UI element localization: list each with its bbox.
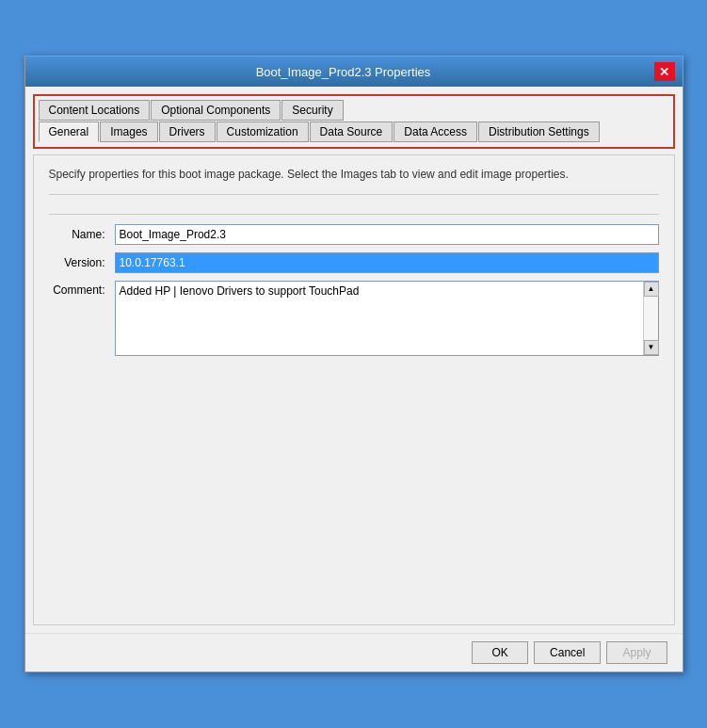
- scroll-down-button[interactable]: ▼: [644, 340, 659, 355]
- version-input[interactable]: [115, 252, 659, 273]
- dialog-content: Content Locations Optional Components Se…: [25, 87, 683, 633]
- apply-button[interactable]: Apply: [606, 641, 667, 664]
- comment-label: Comment:: [49, 281, 115, 297]
- tabs-container: Content Locations Optional Components Se…: [33, 94, 675, 149]
- comment-scrollbar: ▲ ▼: [643, 282, 658, 355]
- ok-button[interactable]: OK: [472, 641, 528, 664]
- comment-textarea[interactable]: [116, 282, 643, 355]
- version-row: Version:: [49, 252, 659, 273]
- name-row: Name:: [49, 224, 659, 245]
- scroll-track: [644, 297, 658, 340]
- dialog-footer: OK Cancel Apply: [25, 633, 683, 671]
- form-section: Name: Version: Comment: ▲: [49, 214, 659, 356]
- general-panel: Specify properties for this boot image p…: [33, 154, 675, 625]
- tab-optional-components[interactable]: Optional Components: [151, 100, 281, 121]
- tab-customization[interactable]: Customization: [217, 121, 309, 142]
- tab-data-source[interactable]: Data Source: [310, 121, 394, 142]
- tab-general[interactable]: General: [39, 121, 100, 142]
- tabs-row-1: Content Locations Optional Components Se…: [39, 100, 669, 121]
- comment-wrapper: ▲ ▼: [115, 281, 659, 356]
- tab-data-access[interactable]: Data Access: [394, 121, 477, 142]
- dialog-title: Boot_Image_Prod2.3 Properties: [33, 65, 654, 79]
- title-bar: Boot_Image_Prod2.3 Properties ✕: [25, 57, 683, 87]
- comment-row: Comment: ▲ ▼: [49, 281, 659, 356]
- scroll-up-button[interactable]: ▲: [644, 282, 659, 297]
- name-label: Name:: [49, 228, 115, 241]
- tab-drivers[interactable]: Drivers: [159, 121, 216, 142]
- properties-dialog: Boot_Image_Prod2.3 Properties ✕ Content …: [24, 56, 683, 672]
- panel-description: Specify properties for this boot image p…: [49, 167, 659, 195]
- name-input[interactable]: [115, 224, 659, 245]
- version-label: Version:: [49, 256, 115, 269]
- tab-images[interactable]: Images: [100, 121, 157, 142]
- tab-content-locations[interactable]: Content Locations: [39, 100, 151, 121]
- close-button[interactable]: ✕: [654, 62, 675, 81]
- tab-security[interactable]: Security: [281, 100, 343, 121]
- tabs-row-2: General Images Drivers Customization Dat…: [39, 121, 669, 142]
- tab-distribution-settings[interactable]: Distribution Settings: [478, 121, 600, 142]
- cancel-button[interactable]: Cancel: [534, 641, 601, 664]
